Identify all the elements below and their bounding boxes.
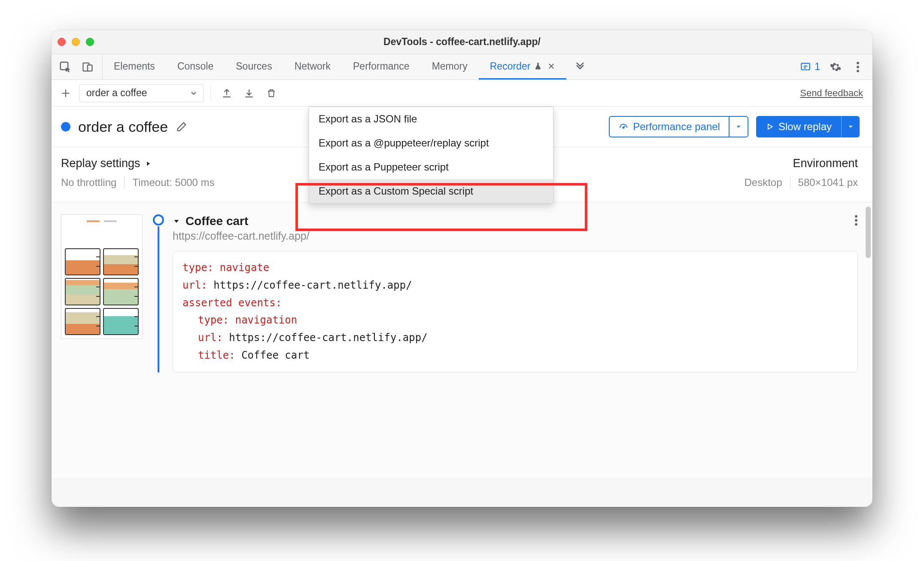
slow-replay-split[interactable] bbox=[841, 116, 860, 137]
performance-panel-split[interactable] bbox=[729, 117, 748, 137]
timeout-value: Timeout: 5000 ms bbox=[132, 177, 214, 189]
scrollbar[interactable] bbox=[866, 207, 871, 258]
recording-select[interactable]: order a coffee bbox=[79, 84, 204, 102]
page-thumbnail bbox=[61, 214, 143, 339]
recorder-toolbar: order a coffee Send feedback bbox=[52, 80, 872, 107]
svg-point-9 bbox=[855, 219, 857, 222]
svg-point-8 bbox=[855, 215, 857, 218]
separator bbox=[790, 176, 790, 189]
tab-memory[interactable]: Memory bbox=[421, 54, 479, 79]
titlebar: DevTools - coffee-cart.netlify.app/ bbox=[52, 30, 872, 54]
timeline-rail bbox=[152, 214, 165, 372]
tab-recorder[interactable]: Recorder bbox=[479, 54, 567, 79]
chevron-down-icon[interactable] bbox=[173, 217, 180, 225]
issues-button[interactable]: 1 bbox=[800, 61, 820, 73]
svg-point-6 bbox=[857, 70, 859, 72]
step-marker bbox=[153, 214, 164, 226]
tabs-overflow-button[interactable] bbox=[566, 54, 594, 79]
step-title: Coffee cart bbox=[185, 214, 248, 228]
gear-icon[interactable] bbox=[829, 60, 842, 74]
kebab-icon[interactable] bbox=[851, 60, 865, 74]
environment-dimensions: 580×1041 px bbox=[798, 177, 858, 189]
export-menu: Export as a JSON file Export as a @puppe… bbox=[309, 107, 553, 204]
import-button[interactable] bbox=[240, 84, 258, 102]
tab-performance[interactable]: Performance bbox=[342, 54, 421, 79]
send-feedback-link[interactable]: Send feedback bbox=[800, 88, 863, 99]
device-toolbar-icon[interactable] bbox=[81, 60, 94, 74]
replay-settings-toggle[interactable]: Replay settings bbox=[61, 157, 215, 170]
svg-point-5 bbox=[857, 66, 859, 68]
export-item-puppeteer-replay[interactable]: Export as a @puppeteer/replay script bbox=[309, 131, 553, 155]
svg-point-7 bbox=[623, 127, 624, 128]
svg-point-4 bbox=[857, 61, 859, 64]
delete-button[interactable] bbox=[262, 84, 280, 102]
devtools-tabstrip: Elements Console Sources Network Perform… bbox=[52, 54, 872, 80]
chevron-right-icon bbox=[145, 159, 152, 168]
environment-title: Environment bbox=[744, 157, 858, 170]
export-button[interactable] bbox=[218, 84, 236, 102]
step-menu-button[interactable] bbox=[854, 214, 858, 226]
tab-network[interactable]: Network bbox=[283, 54, 342, 79]
environment-device: Desktop bbox=[744, 177, 782, 189]
export-item-json[interactable]: Export as a JSON file bbox=[309, 107, 553, 131]
separator bbox=[124, 176, 125, 189]
add-recording-button[interactable] bbox=[57, 84, 75, 102]
steps-panel: Coffee cart https://coffee-cart.netlify.… bbox=[52, 202, 872, 477]
window-title: DevTools - coffee-cart.netlify.app/ bbox=[52, 36, 872, 48]
devtools-window: DevTools - coffee-cart.netlify.app/ Elem… bbox=[52, 30, 872, 507]
slow-replay-button[interactable]: Slow replay bbox=[756, 116, 860, 137]
tab-console[interactable]: Console bbox=[166, 54, 225, 79]
zoom-window-button[interactable] bbox=[86, 38, 94, 46]
issues-count: 1 bbox=[815, 61, 820, 73]
performance-panel-button[interactable]: Performance panel bbox=[609, 116, 748, 137]
export-item-puppeteer[interactable]: Export as a Puppeteer script bbox=[309, 155, 553, 179]
svg-rect-2 bbox=[88, 65, 92, 71]
inspect-element-icon[interactable] bbox=[58, 60, 72, 74]
tab-sources[interactable]: Sources bbox=[225, 54, 283, 79]
minimize-window-button[interactable] bbox=[72, 38, 80, 46]
close-icon[interactable] bbox=[547, 62, 555, 70]
step-details: type: navigate url: https://coffee-cart.… bbox=[173, 251, 858, 372]
recording-status-dot bbox=[61, 122, 70, 131]
flask-icon bbox=[534, 62, 542, 70]
chevron-down-icon bbox=[189, 89, 198, 98]
throttling-value: No throttling bbox=[61, 177, 116, 189]
play-icon bbox=[766, 122, 774, 131]
gauge-icon bbox=[618, 122, 629, 132]
svg-point-10 bbox=[855, 223, 857, 226]
separator bbox=[210, 85, 211, 101]
close-window-button[interactable] bbox=[58, 38, 66, 46]
recording-select-value: order a coffee bbox=[86, 87, 147, 99]
export-item-custom-special[interactable]: Export as a Custom Special script bbox=[309, 179, 553, 203]
recording-name: order a coffee bbox=[78, 119, 168, 135]
edit-icon[interactable] bbox=[176, 121, 188, 133]
step-subtitle: https://coffee-cart.netlify.app/ bbox=[173, 230, 310, 242]
traffic-lights bbox=[58, 38, 94, 46]
tab-elements[interactable]: Elements bbox=[103, 54, 166, 79]
